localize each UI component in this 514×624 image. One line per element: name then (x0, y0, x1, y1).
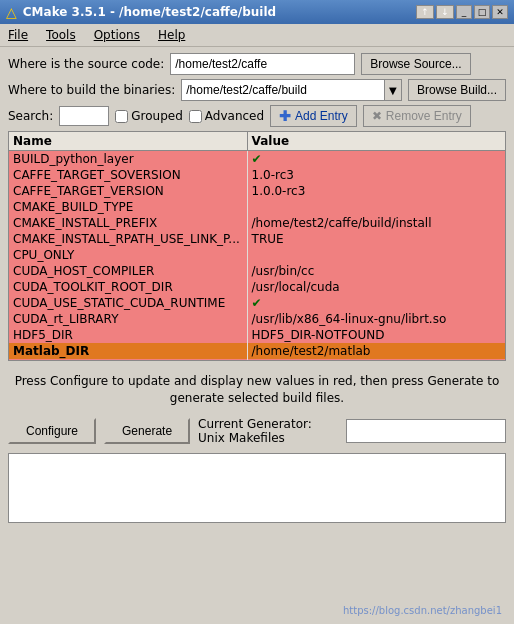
table-container[interactable]: Name Value BUILD_python_layer✔CAFFE_TARG… (8, 131, 506, 361)
generate-button[interactable]: Generate (104, 418, 190, 444)
cell-name: CUDA_rt_LIBRARY (9, 311, 247, 327)
status-line1: Press Configure to update and display ne… (15, 374, 500, 388)
search-input[interactable] (59, 106, 109, 126)
status-bar: Press Configure to update and display ne… (0, 367, 514, 413)
window: △ CMake 3.5.1 - /home/test2/caffe/build … (0, 0, 514, 624)
add-entry-button[interactable]: ✚ Add Entry (270, 105, 357, 127)
configure-button[interactable]: Configure (8, 418, 96, 444)
grouped-checkbox-label[interactable]: Grouped (115, 109, 183, 123)
cell-name: Octave_compiler (9, 359, 247, 361)
cell-value: ✔ (247, 295, 505, 311)
table-row[interactable]: CMAKE_INSTALL_RPATH_USE_LINK_P...TRUE (9, 231, 505, 247)
nav-arrows-down[interactable]: ↓ (436, 5, 454, 19)
status-line2: generate selected build files. (170, 391, 344, 405)
app-logo: △ (6, 4, 17, 20)
generator-label: Current Generator: Unix Makefiles (198, 417, 338, 445)
col-value-header: Value (247, 132, 505, 151)
table-row[interactable]: CUDA_USE_STATIC_CUDA_RUNTIME✔ (9, 295, 505, 311)
cell-name: CPU_ONLY (9, 247, 247, 263)
browse-source-button[interactable]: Browse Source... (361, 53, 470, 75)
cell-value: /usr/local/cuda (247, 279, 505, 295)
table-row[interactable]: CPU_ONLY (9, 247, 505, 263)
build-dropdown-arrow[interactable]: ▼ (384, 79, 402, 101)
table-row[interactable]: CUDA_TOOLKIT_ROOT_DIR/usr/local/cuda (9, 279, 505, 295)
cell-value (247, 247, 505, 263)
maximize-button[interactable]: □ (474, 5, 490, 19)
cell-value (247, 199, 505, 215)
window-title: CMake 3.5.1 - /home/test2/caffe/build (23, 5, 276, 19)
watermark: https://blog.csdn.net/zhangbei1 (343, 605, 502, 616)
plus-icon: ✚ (279, 108, 291, 124)
add-entry-label: Add Entry (295, 109, 348, 123)
title-bar: △ CMake 3.5.1 - /home/test2/caffe/build … (0, 0, 514, 24)
cell-name: CUDA_TOOLKIT_ROOT_DIR (9, 279, 247, 295)
table-row[interactable]: Matlab_DIR/home/test2/matlab (9, 343, 505, 359)
grouped-checkbox[interactable] (115, 110, 128, 123)
table-row[interactable]: Octave_compilerOctave_compiler-NOTFOUND (9, 359, 505, 361)
button-row: Configure Generate Current Generator: Un… (0, 413, 514, 449)
menu-file[interactable]: File (4, 26, 32, 44)
cell-name: BUILD_python_layer (9, 151, 247, 168)
cell-name: CMAKE_INSTALL_RPATH_USE_LINK_P... (9, 231, 247, 247)
cell-value: /usr/bin/cc (247, 263, 505, 279)
remove-entry-label: Remove Entry (386, 109, 462, 123)
table-row[interactable]: CUDA_HOST_COMPILER/usr/bin/cc (9, 263, 505, 279)
minimize-button[interactable]: _ (456, 5, 472, 19)
cell-name: CUDA_USE_STATIC_CUDA_RUNTIME (9, 295, 247, 311)
table-row[interactable]: CMAKE_BUILD_TYPE (9, 199, 505, 215)
cell-value: 1.0.0-rc3 (247, 183, 505, 199)
cell-name: CMAKE_INSTALL_PREFIX (9, 215, 247, 231)
cell-name: CMAKE_BUILD_TYPE (9, 199, 247, 215)
advanced-checkbox[interactable] (189, 110, 202, 123)
cell-name: CAFFE_TARGET_VERSION (9, 183, 247, 199)
source-label: Where is the source code: (8, 57, 164, 71)
build-row: Where to build the binaries: ▼ Browse Bu… (8, 79, 506, 101)
nav-arrows[interactable]: ↑ (416, 5, 434, 19)
search-label: Search: (8, 109, 53, 123)
table-row[interactable]: CAFFE_TARGET_SOVERSION1.0-rc3 (9, 167, 505, 183)
search-row: Search: Grouped Advanced ✚ Add Entry ✖ R… (8, 105, 506, 127)
cell-name: Matlab_DIR (9, 343, 247, 359)
source-row: Where is the source code: Browse Source.… (8, 53, 506, 75)
cell-name: CAFFE_TARGET_SOVERSION (9, 167, 247, 183)
generator-input[interactable] (346, 419, 506, 443)
build-label: Where to build the binaries: (8, 83, 175, 97)
table-row[interactable]: CAFFE_TARGET_VERSION1.0.0-rc3 (9, 183, 505, 199)
bottom-area (8, 453, 506, 523)
menu-options[interactable]: Options (90, 26, 144, 44)
cell-value: /home/test2/matlab (247, 343, 505, 359)
cell-value: TRUE (247, 231, 505, 247)
table-row[interactable]: CMAKE_INSTALL_PREFIX/home/test2/caffe/bu… (9, 215, 505, 231)
advanced-checkbox-label[interactable]: Advanced (189, 109, 264, 123)
menu-bar: File Tools Options Help (0, 24, 514, 47)
menu-help[interactable]: Help (154, 26, 189, 44)
table-row[interactable]: CUDA_rt_LIBRARY/usr/lib/x86_64-linux-gnu… (9, 311, 505, 327)
source-input[interactable] (170, 53, 355, 75)
grouped-label: Grouped (131, 109, 183, 123)
cell-value: Octave_compiler-NOTFOUND (247, 359, 505, 361)
cell-name: HDF5_DIR (9, 327, 247, 343)
cell-value: ✔ (247, 151, 505, 168)
col-name-header: Name (9, 132, 247, 151)
cell-value: /usr/lib/x86_64-linux-gnu/librt.so (247, 311, 505, 327)
table-row[interactable]: BUILD_python_layer✔ (9, 151, 505, 168)
close-button[interactable]: ✕ (492, 5, 508, 19)
remove-entry-button[interactable]: ✖ Remove Entry (363, 105, 471, 127)
x-icon: ✖ (372, 109, 382, 123)
advanced-label: Advanced (205, 109, 264, 123)
cell-value: 1.0-rc3 (247, 167, 505, 183)
cell-value: /home/test2/caffe/build/install (247, 215, 505, 231)
menu-tools[interactable]: Tools (42, 26, 80, 44)
build-input[interactable] (181, 79, 384, 101)
table-row[interactable]: HDF5_DIRHDF5_DIR-NOTFOUND (9, 327, 505, 343)
browse-build-button[interactable]: Browse Build... (408, 79, 506, 101)
cell-name: CUDA_HOST_COMPILER (9, 263, 247, 279)
cell-value: HDF5_DIR-NOTFOUND (247, 327, 505, 343)
